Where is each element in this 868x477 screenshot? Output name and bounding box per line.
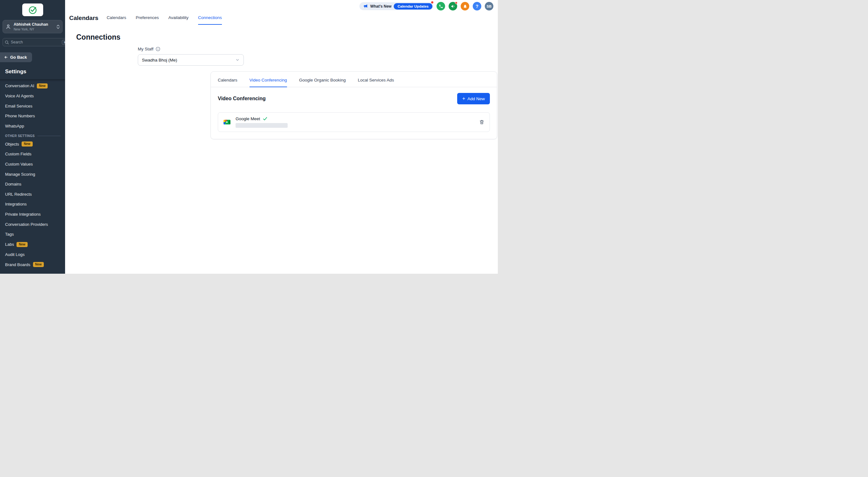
calendar-updates-badge[interactable]: Calendar Updates (394, 3, 432, 9)
sidebar-item-labs[interactable]: Labs New (0, 239, 65, 249)
sidebar-item-email-services[interactable]: Email Services (0, 101, 65, 111)
search-shortcut: ⌘ K (62, 40, 65, 45)
section-title: Video Conferencing (218, 96, 266, 101)
module-title: Calendars (69, 14, 98, 22)
sidebar-item-url-redirects[interactable]: URL Redirects (0, 189, 65, 200)
tab-preferences[interactable]: Preferences (135, 15, 159, 25)
whats-new-button[interactable]: What's New Calendar Updates (360, 2, 433, 10)
sidebar-item-label: Manage Scoring (5, 172, 35, 177)
search-box[interactable]: ⌘ K (3, 38, 65, 46)
sidebar-item-label: Integrations (5, 202, 27, 207)
card-tab-google-organic-booking[interactable]: Google Organic Booking (299, 72, 346, 87)
delete-connection-button[interactable] (479, 119, 485, 125)
account-name: Abhishek Chauhan (14, 22, 54, 27)
main-area: Calendars Calendars Preferences Availabi… (65, 0, 498, 274)
user-avatar-icon (5, 24, 11, 30)
sidebar-item-tags[interactable]: Tags (0, 229, 65, 239)
announcements-button[interactable] (448, 2, 457, 10)
sidebar-item-integrations[interactable]: Integrations (0, 199, 65, 209)
page-title: Connections (76, 33, 498, 41)
sidebar-item-brand-boards[interactable]: Brand Boards New (0, 260, 65, 270)
tab-connections[interactable]: Connections (198, 15, 222, 25)
account-location: New York, NY (14, 27, 54, 31)
card-tab-video-conferencing[interactable]: Video Conferencing (250, 72, 287, 87)
app-window: Abhishek Chauhan New York, NY ⌘ K Go Bac… (0, 0, 498, 274)
sidebar-item-domains[interactable]: Domains (0, 179, 65, 189)
sidebar-item-label: Voice AI Agents (5, 94, 34, 99)
sidebar-search-row: ⌘ K (3, 38, 63, 46)
sidebar-item-label: Audit Logs (5, 252, 25, 257)
sidebar-item-manage-scoring[interactable]: Manage Scoring (0, 169, 65, 179)
sidebar-item-conversation-ai[interactable]: Conversation AI New (0, 81, 65, 91)
sidebar-item-custom-fields[interactable]: Custom Fields (0, 149, 65, 159)
go-back-button[interactable]: Go Back (0, 52, 32, 62)
connection-name: Google Meet (236, 116, 260, 121)
sidebar-item-audit-logs[interactable]: Audit Logs (0, 249, 65, 260)
notifications-bell-button[interactable] (461, 2, 469, 10)
check-circle-logo-icon (27, 5, 38, 15)
search-input[interactable] (11, 40, 60, 44)
notification-dot (431, 1, 433, 3)
app-logo (22, 3, 43, 16)
sidebar-item-label: Domains (5, 182, 21, 187)
add-new-label: Add New (467, 96, 485, 101)
help-button[interactable]: ? (473, 2, 481, 10)
tab-availability[interactable]: Availability (168, 15, 189, 25)
whats-new-label: What's New (370, 4, 392, 8)
staff-select[interactable]: Swadha Bhoj (Me) (138, 54, 244, 66)
sidebar-item-conversation-providers[interactable]: Conversation Providers (0, 219, 65, 230)
connection-detail-redacted (236, 123, 288, 128)
sidebar-item-label: Custom Fields (5, 151, 31, 157)
sidebar-item-label: Objects (5, 142, 19, 147)
announcements-notification-dot (455, 2, 458, 4)
connection-row: Google Meet (218, 112, 490, 132)
card-tab-local-services-ads[interactable]: Local Services Ads (358, 72, 394, 87)
phone-icon (439, 4, 443, 8)
info-icon[interactable] (156, 46, 160, 52)
sidebar-item-label: Conversation Providers (5, 222, 48, 227)
sidebar-item-voice-ai-agents[interactable]: Voice AI Agents (0, 91, 65, 101)
header-tabs: Calendars Preferences Availability Conne… (107, 14, 222, 25)
account-switcher[interactable]: Abhishek Chauhan New York, NY (3, 20, 63, 33)
settings-menu: Conversation AI New Voice AI Agents Emai… (0, 79, 65, 270)
user-avatar[interactable]: SB (485, 2, 493, 10)
bell-icon (463, 4, 467, 8)
tab-calendars[interactable]: Calendars (107, 15, 126, 25)
speaker-icon (451, 4, 455, 8)
sidebar-section-other-settings: OTHER SETTINGS (0, 131, 65, 139)
question-mark-icon: ? (475, 4, 478, 9)
sidebar-item-label: Custom Values (5, 162, 33, 167)
connections-card-tabs: Calendars Video Conferencing Google Orga… (211, 72, 497, 87)
chevron-down-icon (235, 58, 240, 62)
sidebar-item-label: WhatsApp (5, 124, 24, 129)
chevron-updown-icon (57, 25, 60, 29)
sidebar-item-custom-values[interactable]: Custom Values (0, 159, 65, 169)
card-body: Video Conferencing + Add New (211, 87, 497, 139)
whats-new-megaphone-icon (363, 4, 368, 8)
connection-info: Google Meet (236, 116, 288, 128)
settings-sidebar: Abhishek Chauhan New York, NY ⌘ K Go Bac… (0, 0, 65, 274)
section-label: OTHER SETTINGS (5, 134, 35, 138)
trash-icon (479, 119, 485, 125)
sidebar-item-whatsapp[interactable]: WhatsApp (0, 121, 65, 131)
sidebar-item-objects[interactable]: Objects New (0, 139, 65, 149)
add-new-button[interactable]: + Add New (457, 93, 490, 104)
sidebar-item-label: URL Redirects (5, 192, 32, 197)
phone-button[interactable] (437, 2, 445, 10)
staff-label: My Staff (138, 46, 153, 52)
sidebar-item-label: Brand Boards (5, 262, 30, 267)
sidebar-item-phone-numbers[interactable]: Phone Numbers (0, 111, 65, 121)
sidebar-item-label: Email Services (5, 104, 32, 109)
top-header: Calendars Calendars Preferences Availabi… (69, 14, 222, 25)
sidebar-item-label: Tags (5, 232, 14, 237)
new-badge: New (17, 242, 28, 247)
sidebar-item-private-integrations[interactable]: Private Integrations (0, 209, 65, 219)
sidebar-item-label: Private Integrations (5, 212, 41, 217)
settings-heading: Settings (5, 69, 65, 75)
search-icon (5, 40, 9, 44)
connected-check-icon (263, 117, 267, 121)
card-tab-calendars[interactable]: Calendars (218, 72, 238, 87)
sidebar-item-label: Phone Numbers (5, 113, 35, 118)
google-meet-icon (223, 118, 231, 126)
staff-label-row: My Staff (138, 46, 498, 52)
